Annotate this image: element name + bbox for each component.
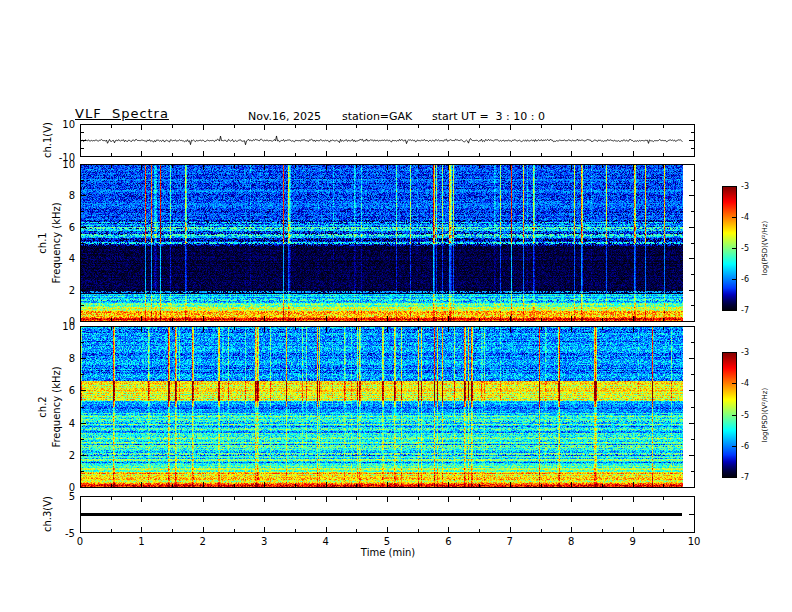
tick-label: 0 xyxy=(77,536,83,547)
tick-label: 4 xyxy=(69,417,75,428)
tick-label: 8 xyxy=(568,536,574,547)
tick-label: 10 xyxy=(688,536,701,547)
ch1-spectrogram-plot xyxy=(80,164,695,322)
tick-label: 2 xyxy=(69,284,75,295)
tick-label: 8 xyxy=(69,190,75,201)
ch3-waveform-plot xyxy=(80,496,695,533)
tick-label: -6 xyxy=(741,275,749,284)
tick-label: 5 xyxy=(69,491,75,502)
ch1-frequency-axis-label: Frequency (kHz) xyxy=(51,202,62,283)
date-label: Nov.16, 2025 xyxy=(248,110,321,123)
ch2-spectrogram-plot xyxy=(80,326,695,488)
tick-label: -7 xyxy=(741,306,749,315)
tick-label: -4 xyxy=(741,379,749,388)
ch3-voltage-axis-label: ch.3(V) xyxy=(42,496,53,532)
tick-label: 10 xyxy=(62,119,75,130)
ch2-colorbar xyxy=(722,352,737,478)
time-axis-label: Time (min) xyxy=(361,547,415,558)
tick-label: 5 xyxy=(384,536,390,547)
ch1-voltage-axis-label: ch.1(V) xyxy=(42,122,53,158)
tick-label: 6 xyxy=(69,221,75,232)
tick-label: 7 xyxy=(507,536,513,547)
start-ut-label: start UT = 3 : 10 : 0 xyxy=(432,110,545,123)
tick-label: -7 xyxy=(741,473,749,482)
tick-label: 4 xyxy=(69,253,75,264)
vlf-spectra-figure: VLF Spectra Nov.16, 2025 station=GAK sta… xyxy=(0,0,792,612)
tick-label: -10 xyxy=(59,152,75,163)
tick-label: 6 xyxy=(69,385,75,396)
figure-title: VLF Spectra xyxy=(75,106,169,121)
station-label: station=GAK xyxy=(342,110,412,123)
tick-label: 4 xyxy=(322,536,328,547)
tick-label: 2 xyxy=(200,536,206,547)
ch2-frequency-axis-label: Frequency (kHz) xyxy=(51,366,62,447)
tick-label: 1 xyxy=(138,536,144,547)
tick-label: 6 xyxy=(445,536,451,547)
tick-label: -6 xyxy=(741,441,749,450)
tick-label: -3 xyxy=(741,348,749,357)
tick-label: -3 xyxy=(741,182,749,191)
colorbar1-label: log(PSD)(V²/Hz) xyxy=(761,221,769,276)
ch2-row-label: ch.2 xyxy=(37,396,48,417)
ch1-row-label: ch.1 xyxy=(37,232,48,253)
tick-label: 3 xyxy=(261,536,267,547)
tick-label: 9 xyxy=(629,536,635,547)
tick-label: 8 xyxy=(69,353,75,364)
ch1-waveform-plot xyxy=(80,124,695,157)
tick-label: 10 xyxy=(62,321,75,332)
tick-label: 2 xyxy=(69,449,75,460)
tick-label: -4 xyxy=(741,213,749,222)
ch1-colorbar xyxy=(722,186,737,311)
tick-label: -5 xyxy=(741,410,749,419)
tick-label: -5 xyxy=(741,244,749,253)
colorbar2-label: log(PSD)(V²/Hz) xyxy=(761,388,769,443)
tick-label: -5 xyxy=(65,528,75,539)
